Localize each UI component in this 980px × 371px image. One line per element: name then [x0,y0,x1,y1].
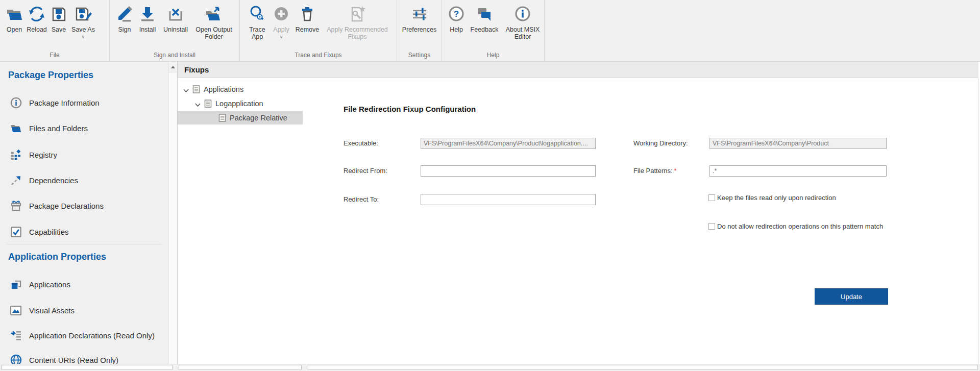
no-redirection-operations-checkbox[interactable]: Do not allow redirection operations on t… [708,222,883,230]
reload-button[interactable]: Reload [26,4,48,34]
ribbon-group-label: File [0,52,109,59]
save-as-icon [74,4,92,25]
chevron-down-icon[interactable]: ∨ [82,35,85,39]
checkbox-icon[interactable] [708,223,715,230]
application-properties-heading: Application Properties [8,252,106,262]
info-circle-icon [10,96,22,109]
ribbon-group-label: Settings [397,52,442,59]
redirect-from-label: Redirect From: [344,167,387,175]
triangle-up-icon [171,66,175,68]
recommended-fixups-icon [348,4,366,25]
ribbon-group-label: Help [442,52,544,59]
sidebar-item-visual-assets[interactable]: Visual Assets [0,303,168,317]
install-arrow-icon [139,4,156,25]
checkbox-icon[interactable] [708,194,715,201]
sidebar-item-application-declarations[interactable]: Application Declarations (Read Only) [0,328,168,342]
remove-trash-icon [299,4,316,25]
document-icon [192,85,200,93]
remove-button[interactable]: Remove [293,4,322,34]
trace-app-button[interactable]: Trace App [245,4,270,40]
help-icon: ? [448,4,465,25]
sidebar-item-files-and-folders[interactable]: Files and Folders [0,121,168,135]
preferences-sliders-icon [410,4,429,25]
open-folder-icon [5,4,23,25]
redirect-to-input[interactable] [421,194,596,205]
open-output-folder-icon [204,4,224,25]
sidebar-divider [6,244,162,244]
save-icon [50,4,67,25]
horizontal-scrollbar[interactable] [1,365,173,370]
sign-button[interactable]: Sign [114,4,135,34]
sidebar-item-capabilities[interactable]: Capabilities [0,225,168,239]
sidebar-item-package-information[interactable]: Package Information [0,95,168,110]
horizontal-scrollbar[interactable] [308,365,978,370]
tree-item-logapplication[interactable]: Logapplication [178,96,320,110]
ribbon-group-settings: Preferences Settings [397,0,442,61]
executable-input[interactable] [421,138,596,149]
feedback-button[interactable]: Feedback [468,4,501,34]
sidebar-item-dependencies[interactable]: Dependencies [0,173,168,187]
fixups-panel-header: Fixups [178,62,978,78]
file-patterns-input[interactable] [709,165,887,177]
form-title: File Redirection Fixup Configuration [344,105,476,113]
help-button[interactable]: ? Help [445,4,468,34]
sidebar-item-applications[interactable]: Applications [0,277,168,291]
horizontal-scrollbar[interactable] [179,365,302,370]
redirect-to-label: Redirect To: [344,195,379,203]
executable-label: Executable: [344,139,378,147]
fixup-configuration-form: File Redirection Fixup Configuration Exe… [303,79,978,364]
update-button[interactable]: Update [815,288,888,305]
uninstall-button[interactable]: Uninstall [160,4,191,34]
chevron-down-icon[interactable]: ∨ [280,35,283,39]
navigation-sidebar: Package Properties Package Information F… [0,62,168,364]
svg-text:?: ? [454,9,459,19]
keep-read-only-checkbox[interactable]: Keep the files read only upon redirectio… [708,194,836,202]
ribbon-group-file: Open Reload Save Save As ∨ [0,0,110,61]
working-directory-input[interactable] [709,138,887,149]
document-icon [204,100,212,108]
sign-pencil-icon [115,4,134,25]
chevron-down-icon[interactable] [183,86,190,92]
about-msix-editor-button[interactable]: About MSIX Editor [501,4,544,40]
registry-grid-icon [10,149,22,161]
reload-icon [28,4,45,25]
checkbox-check-icon [10,226,22,238]
document-icon [218,114,226,122]
ribbon-group-help: ? Help Feedback About MSIX Editor Help [442,0,545,61]
open-output-folder-button[interactable]: Open Output Folder [191,4,236,40]
globe-icon [10,354,22,364]
sidebar-item-package-declarations[interactable]: Package Declarations [0,199,168,213]
save-as-button[interactable]: Save As ∨ [69,4,97,39]
arrow-into-list-icon [10,329,22,341]
preferences-button[interactable]: Preferences [400,4,439,34]
scroll-up-button[interactable] [169,62,177,72]
dependency-arrow-icon [10,174,22,186]
ribbon-group-sign-install: Sign Install Uninstall Open Output Folde… [110,0,240,61]
ribbon-group-label: Sign and Install [110,52,239,59]
panel-title: Fixups [184,65,209,74]
redirect-from-input[interactable] [421,165,596,177]
chevron-down-icon[interactable] [194,101,202,107]
feedback-bubbles-icon [475,4,494,25]
sidebar-item-registry[interactable]: Registry [0,147,168,162]
save-button[interactable]: Save [48,4,69,34]
sidebar-scrollbar[interactable] [168,62,178,364]
file-patterns-label: File Patterns:* [633,167,677,175]
folder-icon [10,122,22,134]
tree-item-applications[interactable]: Applications [178,82,308,96]
open-button[interactable]: Open [3,4,26,34]
trace-app-icon [249,4,266,25]
bottom-scrollbar-area [0,364,980,371]
required-asterisk: * [674,167,677,175]
apply-recommended-fixups-button[interactable]: Apply Recommended Fixups [322,4,393,40]
vertical-scrollbar[interactable] [978,79,980,364]
package-properties-heading: Package Properties [8,70,93,81]
install-button[interactable]: Install [135,4,160,34]
ribbon-group-trace-fixups: Trace App Apply ∨ Remove Apply Recommen [240,0,397,61]
windows-icon [10,278,22,290]
working-directory-label: Working Directory: [633,139,688,147]
apply-button[interactable]: Apply ∨ [270,4,293,39]
ribbon-toolbar: Open Reload Save Save As ∨ [0,0,980,62]
sidebar-item-content-uris[interactable]: Content URIs (Read Only) [0,353,168,364]
ribbon-empty-space [545,0,980,61]
